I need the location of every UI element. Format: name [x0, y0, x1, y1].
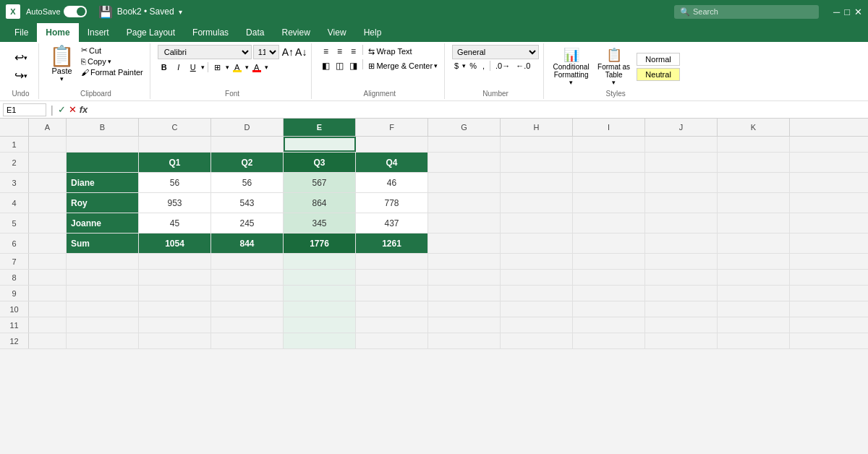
cell-k11[interactable] — [718, 317, 790, 333]
tab-data[interactable]: Data — [237, 23, 273, 42]
cell-g3[interactable] — [428, 173, 501, 192]
col-header-j[interactable]: J — [645, 119, 718, 136]
col-header-f[interactable]: F — [356, 119, 428, 136]
cut-button[interactable]: ✂ Cut — [79, 45, 145, 56]
cell-d5[interactable]: 245 — [211, 213, 284, 233]
cell-d10[interactable] — [211, 301, 284, 317]
cell-d1[interactable] — [211, 137, 284, 152]
cell-e1[interactable] — [284, 137, 356, 152]
cell-g9[interactable] — [428, 286, 501, 301]
align-top-left-button[interactable]: ≡ — [319, 45, 332, 58]
cell-e9[interactable] — [284, 286, 356, 301]
cell-i3[interactable] — [573, 173, 645, 192]
cell-h4[interactable] — [501, 193, 573, 213]
cell-e4[interactable]: 864 — [284, 193, 356, 213]
cell-c5[interactable]: 45 — [139, 213, 211, 233]
search-box[interactable]: 🔍 Search — [674, 5, 819, 19]
cell-a7[interactable] — [29, 254, 67, 269]
col-header-h[interactable]: H — [501, 119, 573, 136]
cell-j11[interactable] — [645, 317, 718, 333]
cell-a8[interactable] — [29, 270, 67, 285]
cell-c4[interactable]: 953 — [139, 193, 211, 213]
cell-c6[interactable]: 1054 — [139, 234, 211, 253]
cell-b12[interactable] — [67, 333, 139, 348]
cell-j8[interactable] — [645, 270, 718, 285]
font-size-select[interactable]: 11 — [253, 45, 279, 59]
cell-h5[interactable] — [501, 213, 573, 233]
currency-button[interactable]: $ — [452, 61, 461, 71]
font-color-button[interactable]: A — [250, 61, 263, 74]
cell-i6[interactable] — [573, 234, 645, 253]
cell-d4[interactable]: 543 — [211, 193, 284, 213]
cell-j7[interactable] — [645, 254, 718, 269]
cell-k5[interactable] — [718, 213, 790, 233]
cell-a12[interactable] — [29, 333, 67, 348]
cell-d8[interactable] — [211, 270, 284, 285]
cell-b4[interactable]: Roy — [67, 193, 139, 213]
col-header-g[interactable]: G — [428, 119, 501, 136]
cell-f10[interactable] — [356, 301, 428, 317]
cell-k2[interactable] — [718, 153, 790, 172]
cell-f1[interactable] — [356, 137, 428, 152]
decrease-decimal-button[interactable]: ←.0 — [514, 61, 532, 71]
cell-h2[interactable] — [501, 153, 573, 172]
paste-button[interactable]: 📋 Paste ▾ — [46, 45, 77, 84]
cell-i5[interactable] — [573, 213, 645, 233]
cell-h1[interactable] — [501, 137, 573, 152]
cell-b2[interactable] — [67, 153, 139, 172]
comma-button[interactable]: , — [480, 61, 487, 71]
cell-i1[interactable] — [573, 137, 645, 152]
tab-page-layout[interactable]: Page Layout — [118, 23, 184, 42]
cell-b10[interactable] — [67, 301, 139, 317]
formula-input[interactable] — [90, 104, 865, 116]
cell-i11[interactable] — [573, 317, 645, 333]
cell-g10[interactable] — [428, 301, 501, 317]
cell-e7[interactable] — [284, 254, 356, 269]
underline-button[interactable]: U — [187, 61, 200, 74]
cell-k1[interactable] — [718, 137, 790, 152]
cell-a3[interactable] — [29, 173, 67, 192]
chevron-down-icon[interactable]: ▾ — [179, 8, 182, 16]
cell-f2[interactable]: Q4 — [356, 153, 428, 172]
cell-i7[interactable] — [573, 254, 645, 269]
cell-i4[interactable] — [573, 193, 645, 213]
normal-style[interactable]: Normal — [637, 53, 680, 66]
cell-k7[interactable] — [718, 254, 790, 269]
bold-button[interactable]: B — [158, 61, 171, 74]
tab-formulas[interactable]: Formulas — [184, 23, 237, 42]
cell-h7[interactable] — [501, 254, 573, 269]
cell-k12[interactable] — [718, 333, 790, 348]
italic-button[interactable]: I — [172, 61, 185, 74]
col-header-c[interactable]: C — [139, 119, 211, 136]
cell-a11[interactable] — [29, 317, 67, 333]
format-as-table-button[interactable]: 📋 Format asTable ▾ — [594, 46, 634, 87]
cell-a4[interactable] — [29, 193, 67, 213]
cell-c10[interactable] — [139, 301, 211, 317]
cell-f12[interactable] — [356, 333, 428, 348]
cell-g6[interactable] — [428, 234, 501, 253]
col-header-i[interactable]: I — [573, 119, 645, 136]
autosave-toggle[interactable]: On — [64, 6, 87, 17]
font-name-select[interactable]: Calibri — [158, 45, 252, 59]
increase-decimal-button[interactable]: .0→ — [493, 61, 512, 71]
cell-f3[interactable]: 46 — [356, 173, 428, 192]
percent-button[interactable]: % — [467, 61, 479, 71]
cell-j4[interactable] — [645, 193, 718, 213]
cell-e11[interactable] — [284, 317, 356, 333]
tab-insert[interactable]: Insert — [79, 23, 118, 42]
cell-h12[interactable] — [501, 333, 573, 348]
col-header-a[interactable]: A — [29, 119, 67, 136]
cell-k6[interactable] — [718, 234, 790, 253]
cell-d7[interactable] — [211, 254, 284, 269]
cell-j6[interactable] — [645, 234, 718, 253]
cell-d6[interactable]: 844 — [211, 234, 284, 253]
cell-f9[interactable] — [356, 286, 428, 301]
align-top-center-button[interactable]: ≡ — [333, 45, 346, 58]
cell-c9[interactable] — [139, 286, 211, 301]
cell-g8[interactable] — [428, 270, 501, 285]
cell-k3[interactable] — [718, 173, 790, 192]
cell-c8[interactable] — [139, 270, 211, 285]
align-right-button[interactable]: ◨ — [346, 59, 359, 72]
cell-h8[interactable] — [501, 270, 573, 285]
cell-b3[interactable]: Diane — [67, 173, 139, 192]
